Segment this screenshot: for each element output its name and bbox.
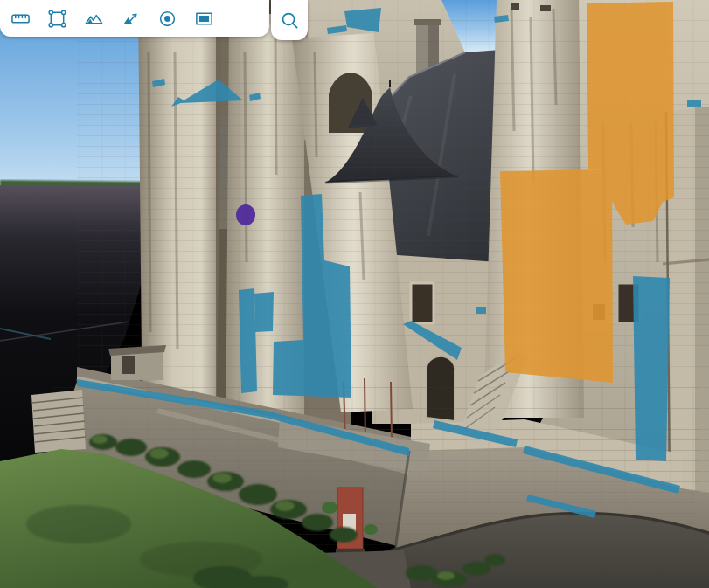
- annotation-blue-rectangle[interactable]: [633, 276, 670, 461]
- annotations-purple[interactable]: [236, 204, 255, 225]
- annotation-blue-patch[interactable]: [687, 100, 701, 107]
- 3d-viewport[interactable]: [0, 0, 709, 588]
- ruler-icon: [10, 9, 31, 29]
- polygon-vertices-icon: [47, 9, 67, 29]
- circle-dot-icon: [157, 9, 177, 29]
- measurement-toolbar: [0, 0, 269, 37]
- annotation-blue-patch[interactable]: [254, 292, 274, 332]
- search-icon: [280, 10, 300, 31]
- select-extent-button[interactable]: [189, 3, 219, 33]
- annotation-purple-marker[interactable]: [236, 204, 255, 225]
- draw-polygon-button[interactable]: [42, 3, 72, 33]
- annotation-blue-strip[interactable]: [239, 288, 257, 393]
- measure-distance-button[interactable]: [5, 3, 35, 33]
- measure-area-button[interactable]: [79, 3, 108, 33]
- annotation-orange-rectangle[interactable]: [500, 169, 613, 383]
- scene-render: [0, 0, 709, 588]
- mountains-icon: [84, 9, 104, 29]
- measure-elevation-button[interactable]: [115, 3, 145, 33]
- annotation-blue-patch[interactable]: [476, 307, 486, 314]
- filled-rectangle-icon: [194, 9, 214, 29]
- draw-point-button[interactable]: [152, 3, 182, 33]
- search-button[interactable]: [271, 0, 308, 40]
- mountain-arrow-icon: [121, 9, 141, 29]
